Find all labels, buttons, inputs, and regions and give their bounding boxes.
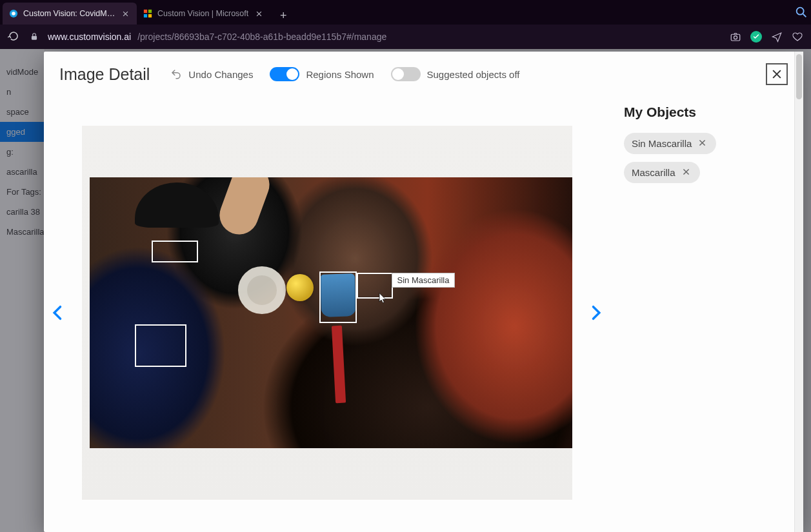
tab-close-icon[interactable]	[254, 8, 264, 19]
svg-point-1	[12, 12, 15, 15]
shield-check-icon[interactable]	[750, 31, 762, 43]
annotation-region[interactable]	[152, 241, 198, 262]
tab-close-icon[interactable]	[121, 8, 130, 19]
object-tag-label: Mascarilla	[632, 167, 676, 178]
favicon-microsoft-icon	[143, 9, 152, 18]
annotation-region[interactable]	[135, 324, 186, 367]
objects-heading: My Objects	[624, 104, 789, 120]
svg-point-6	[797, 8, 804, 15]
chevron-left-icon	[49, 300, 67, 326]
search-icon[interactable]	[794, 5, 808, 19]
annotation-region-label: Sin Mascarilla	[392, 273, 456, 288]
url-path: /projects/86693ba7-c702-40b8-a61b-beadd9…	[137, 32, 386, 42]
annotation-region[interactable]	[319, 271, 357, 323]
svg-point-9	[734, 36, 737, 39]
modal-header: Image Detail Undo Changes Regions Shown …	[44, 52, 803, 92]
suggested-toggle[interactable]	[391, 67, 421, 81]
regions-toggle-group: Regions Shown	[270, 67, 374, 81]
send-icon[interactable]	[771, 31, 783, 43]
modal-body: Sin Mascarilla My Objects Sin Mascarilla…	[44, 93, 803, 532]
svg-rect-5	[148, 14, 152, 17]
heart-icon[interactable]	[792, 31, 803, 43]
image-detail-modal: Image Detail Undo Changes Regions Shown …	[44, 52, 803, 532]
page-content: vidModenspaceggedg:ascarillaFor Tags:car…	[0, 49, 811, 532]
annotation-region[interactable]: Sin Mascarilla	[357, 273, 393, 299]
tab-strip: Custom Vision: CovidMode Custom Vision |…	[0, 0, 811, 25]
canvas-wrapper: Sin Mascarilla	[71, 126, 583, 500]
tab-title: Custom Vision | Microsoft	[157, 9, 248, 18]
objects-panel: My Objects Sin MascarillaMascarilla	[610, 93, 803, 532]
tab-title: Custom Vision: CovidMode	[23, 9, 115, 18]
undo-icon	[170, 68, 182, 80]
toolbar-icons	[730, 31, 803, 43]
regions-label: Regions Shown	[306, 69, 374, 80]
image-viewer: Sin Mascarilla	[44, 93, 610, 532]
image-canvas[interactable]: Sin Mascarilla	[82, 126, 572, 500]
undo-label: Undo Changes	[188, 69, 253, 80]
object-tag-chip[interactable]: Sin Mascarilla	[624, 133, 716, 154]
close-icon	[770, 68, 783, 81]
remove-tag-icon[interactable]	[698, 139, 708, 149]
browser-tab-active[interactable]: Custom Vision: CovidMode	[3, 3, 137, 25]
undo-changes-button[interactable]: Undo Changes	[170, 68, 253, 80]
remove-tag-icon[interactable]	[682, 168, 692, 178]
reload-icon[interactable]	[8, 30, 21, 43]
svg-rect-7	[32, 36, 37, 40]
camera-icon[interactable]	[730, 31, 741, 43]
close-button[interactable]	[766, 63, 788, 85]
lock-icon	[30, 32, 39, 41]
url-host: www.customvision.ai	[48, 32, 131, 42]
training-image: Sin Mascarilla	[90, 177, 572, 448]
object-tag-label: Sin Mascarilla	[632, 138, 692, 149]
url-text[interactable]: www.customvision.ai/projects/86693ba7-c7…	[48, 32, 721, 42]
previous-image-button[interactable]	[45, 293, 71, 332]
favicon-customvision-icon	[9, 9, 18, 18]
new-tab-button[interactable]: +	[274, 6, 292, 25]
browser-tab-inactive[interactable]: Custom Vision | Microsoft	[137, 3, 270, 25]
address-bar: www.customvision.ai/projects/86693ba7-c7…	[0, 25, 811, 49]
chevron-right-icon	[586, 300, 605, 326]
suggested-toggle-group: Suggested objects off	[391, 67, 520, 81]
svg-rect-8	[731, 34, 740, 41]
browser-window: Custom Vision: CovidMode Custom Vision |…	[0, 0, 811, 532]
suggested-label: Suggested objects off	[427, 69, 520, 80]
svg-rect-4	[144, 14, 147, 17]
svg-rect-2	[144, 10, 147, 13]
svg-rect-3	[148, 10, 152, 13]
next-image-button[interactable]	[583, 293, 608, 332]
object-tag-chip[interactable]: Mascarilla	[624, 162, 700, 183]
modal-title: Image Detail	[59, 65, 150, 84]
regions-toggle[interactable]	[270, 67, 299, 81]
